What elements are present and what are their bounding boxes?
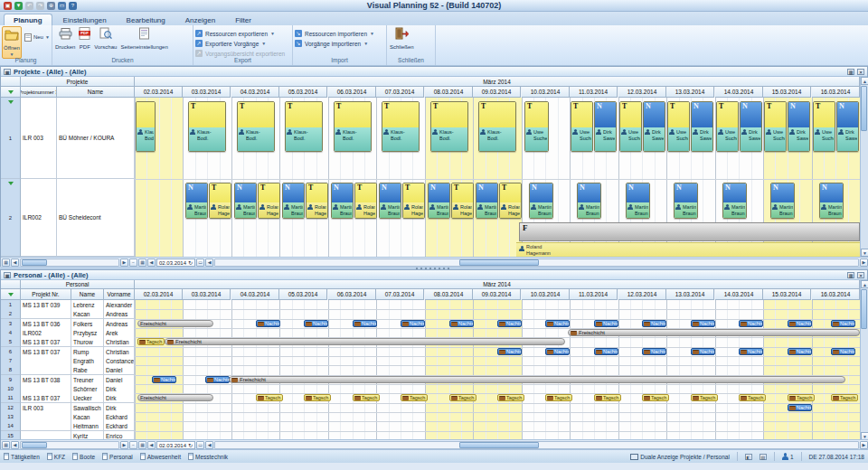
shift-card-t[interactable]: TKlaus-Bodl. (430, 101, 468, 152)
ressourcen-exportieren-button[interactable]: ↗Ressourcen exportieren▼ (195, 29, 285, 38)
frei-block-bar[interactable]: F (519, 222, 860, 241)
shift-card-t[interactable]: TUweSuche (813, 101, 835, 152)
tagschicht-tag[interactable]: Tagsch (739, 394, 766, 401)
pdf-button[interactable]: PDFPDF (78, 26, 91, 51)
nachtschicht-tag[interactable]: Nachts (788, 348, 812, 355)
nachtschicht-tag[interactable]: Nachts (788, 320, 812, 327)
ressourcen-importieren-button[interactable]: ↘Ressourcen importieren▼ (295, 29, 374, 38)
seiteneinstellungen-button[interactable]: Seiteneinstellungen (119, 26, 168, 51)
close-icon[interactable]: ✕ (857, 272, 864, 278)
scrollbar-thumb[interactable] (861, 289, 867, 329)
statusbar-item-tätigkeiten[interactable]: Tätigkeiten (4, 453, 40, 460)
scrollbar-thumb[interactable] (861, 86, 867, 131)
scroll-left-button[interactable]: ◀ (205, 441, 213, 449)
vertical-scrollbar[interactable]: ▲▼ (860, 280, 868, 440)
freischicht-bar[interactable]: Freischicht (137, 320, 213, 327)
scroll-up-button[interactable]: ▲ (861, 280, 868, 288)
drucken-button[interactable]: Drucken (54, 26, 76, 51)
shift-card-n[interactable]: NMartinaBraun (674, 183, 698, 219)
shift-card-t[interactable]: TRolandHagem (354, 183, 377, 219)
shift-card-t[interactable]: TUweSuche (716, 101, 739, 152)
shift-card-t[interactable]: TKlaus-Bodl. (478, 101, 516, 152)
nachtschicht-tag[interactable]: Nachts (353, 320, 377, 327)
tagschicht-tag[interactable]: Tagsch (691, 394, 718, 401)
redo-icon[interactable]: ↷ (36, 2, 44, 10)
shift-card-t[interactable]: TUweSuche (764, 101, 787, 152)
freischicht-bar[interactable]: Freischicht (229, 376, 845, 383)
nachtschicht-tag[interactable]: Nachts (691, 348, 715, 355)
nachtschicht-tag[interactable]: Nachts (256, 320, 280, 327)
scroll-up-button[interactable]: ▲ (861, 77, 868, 85)
print-icon[interactable]: ⊕ (47, 2, 55, 10)
chart-view-button[interactable]: ▦ (138, 258, 146, 267)
nachtschicht-tag[interactable]: Nachts (304, 320, 328, 327)
scroll-right-button[interactable]: ▶ (120, 258, 128, 267)
gantt-start-date-field[interactable]: 02.03.2014↻ (156, 441, 195, 449)
vorname-header[interactable]: Vorname (104, 289, 135, 300)
save-icon[interactable]: ▼ (14, 2, 23, 10)
vorg-nge-importieren-button[interactable]: ↘Vorgänge importieren▼ (295, 39, 374, 48)
tab-bearbeitung[interactable]: Bearbeitung (118, 14, 175, 25)
gantt-scrollbar[interactable] (214, 441, 859, 449)
nachtschicht-tag[interactable]: Nachts (497, 348, 522, 355)
frame-button[interactable]: ▭ (196, 441, 204, 449)
nachtschicht-tag[interactable]: Nachts (831, 348, 855, 355)
nachtschicht-tag[interactable]: Nachts (642, 320, 666, 327)
statusbar-item-personal[interactable]: Personal (102, 453, 133, 460)
shift-card-t[interactable]: TKlaus-Bodl. (237, 101, 275, 152)
scroll-left-button[interactable]: ◀ (11, 441, 19, 449)
scrollbar-thumb[interactable] (22, 442, 47, 448)
shift-card-n[interactable]: NDirkSawe (740, 101, 762, 152)
freischicht-bar[interactable]: Freischicht (165, 338, 565, 345)
app-icon[interactable]: ▣ (4, 2, 12, 10)
nachtschicht-tag[interactable]: Nachts (594, 320, 618, 327)
shift-card-t[interactable]: TUweSuche (667, 101, 690, 152)
shift-card-n[interactable]: NMartinaBraun (476, 183, 498, 219)
image-icon[interactable]: ▨ (760, 454, 767, 460)
nachtschicht-tag[interactable]: Nachts (401, 320, 425, 327)
shift-card-n[interactable]: NDirkSawe (691, 101, 713, 152)
chart-view-button[interactable]: ▦ (2, 258, 10, 267)
shift-card-n[interactable]: NMartinaBraun (185, 183, 208, 219)
scrollbar-thumb[interactable] (459, 442, 539, 448)
tagschicht-tag[interactable]: Tagsch (545, 394, 572, 401)
scrollbar-thumb[interactable] (459, 259, 539, 266)
shift-card-t[interactable]: TRolandHagem (258, 183, 280, 219)
statusbar-item-boote[interactable]: Boote (72, 453, 95, 460)
nachtschicht-tag[interactable]: Nachts (152, 376, 176, 383)
shift-card-t[interactable]: TUweSuche (571, 101, 593, 152)
chart-view-button[interactable]: ▦ (2, 441, 10, 449)
nachtschicht-tag[interactable]: Nachts (831, 320, 855, 327)
shift-card-t[interactable]: TUweSuche (524, 101, 549, 152)
shift-card-t[interactable]: TRolandHagem (209, 183, 231, 219)
tagschicht-tag[interactable]: Tagsch (137, 338, 165, 345)
shift-card-t[interactable]: TKlaus-Bodl. (285, 101, 323, 152)
shift-card-n[interactable]: NDirkSawe (643, 101, 665, 152)
projekt-nr-header[interactable]: Projekt Nr. (21, 289, 71, 300)
shift-card-t[interactable]: Klaus-Bodl. (136, 101, 156, 152)
table-scrollbar[interactable] (20, 441, 119, 449)
neu-button[interactable]: Neu▼ (24, 28, 51, 46)
nachtschicht-tag[interactable]: Nachts (642, 348, 666, 355)
shift-card-t[interactable]: TRolandHagem (402, 183, 425, 219)
shift-card-n[interactable]: NMartinaBraun (331, 183, 354, 219)
filter-cell[interactable] (1, 289, 21, 300)
freischicht-bar[interactable]: Freischicht (568, 329, 860, 336)
tagschicht-tag[interactable]: Tagsch (594, 394, 621, 401)
collapse-button[interactable]: − (129, 441, 137, 449)
tab-anzeigen[interactable]: Anzeigen (176, 14, 224, 25)
shift-card-n[interactable]: NDirkSawe (836, 101, 859, 152)
statusbar-item-abwesenheit[interactable]: Abwesenheit (140, 453, 181, 460)
sound-icon[interactable]: ◧ (745, 454, 752, 460)
screen-icon[interactable]: ▭ (58, 2, 66, 10)
shift-card-n[interactable]: NMartinaBraun (234, 183, 257, 219)
freischicht-bar[interactable]: Freischicht (137, 394, 213, 401)
exportiere-vorg-nge-button[interactable]: ↗Exportiere Vorgänge▼ (195, 39, 285, 48)
tab-filter[interactable]: Filter (226, 14, 260, 25)
shift-card-n[interactable]: NMartinaBraun (282, 183, 305, 219)
shift-card-n[interactable]: NMartinaBraun (819, 183, 844, 219)
shift-card-n[interactable]: NDirkSawe (788, 101, 810, 152)
tagschicht-tag[interactable]: Tagsch (788, 394, 815, 401)
gantt-start-date-field[interactable]: 02.03.2014↻ (156, 258, 195, 267)
tagschicht-tag[interactable]: Tagsch (831, 394, 858, 401)
